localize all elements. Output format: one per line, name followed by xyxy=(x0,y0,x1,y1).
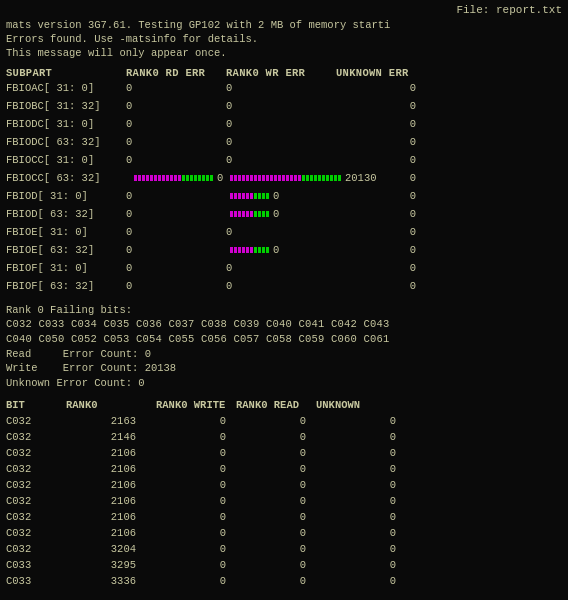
bt-row-bit: C032 xyxy=(6,511,66,523)
row-subpart: FBIOCC[ 31: 0] xyxy=(6,154,126,166)
bt-row-rank: 2106 xyxy=(66,527,156,539)
row-rd-val: 0 xyxy=(126,208,226,220)
bt-bit-header: BIT xyxy=(6,399,66,411)
row-unk-val: 0 xyxy=(336,226,416,238)
bt-row-unknown: 0 xyxy=(316,575,396,587)
bt-row-bit: C032 xyxy=(6,415,66,427)
bt-row-read: 0 xyxy=(236,543,316,555)
title-bar: File: report.txt xyxy=(6,4,562,16)
table-row: FBIOAC[ 31: 0] 0 0 0 xyxy=(6,79,562,97)
table-row: FBIOF[ 31: 0] 0 0 0 xyxy=(6,259,562,277)
row-unk-val: 0 xyxy=(336,262,416,274)
bt-rank-header: RANK0 xyxy=(66,399,156,411)
bt-row-write: 0 xyxy=(156,495,236,507)
bt-row-rank: 3204 xyxy=(66,543,156,555)
row-wr-val: 0 xyxy=(226,280,336,292)
bt-row-bit: C032 xyxy=(6,495,66,507)
failing-title: Rank 0 Failing bits: xyxy=(6,303,562,318)
row-unk-val: 0 xyxy=(336,244,416,256)
row-subpart: FBIOAC[ 31: 0] xyxy=(6,82,126,94)
bt-row-read: 0 xyxy=(236,575,316,587)
bt-row-write: 0 xyxy=(156,527,236,539)
bt-row-read: 0 xyxy=(236,431,316,443)
bt-row-read: 0 xyxy=(236,511,316,523)
bt-row-bit: C032 xyxy=(6,543,66,555)
table-row: C032 2163 0 0 0 xyxy=(6,413,562,429)
bt-row-unknown: 0 xyxy=(316,511,396,523)
bt-row-read: 0 xyxy=(236,559,316,571)
row-rd-val: 0 xyxy=(126,118,226,130)
bt-row-read: 0 xyxy=(236,463,316,475)
bt-row-rank: 2106 xyxy=(66,495,156,507)
row-wr-val: 20130 xyxy=(226,172,336,184)
table-row: C032 2106 0 0 0 xyxy=(6,525,562,541)
table-row: FBIOD[ 31: 0] 0 0 0 xyxy=(6,187,562,205)
row-unk-val: 0 xyxy=(336,190,416,202)
row-rd-val: 0 xyxy=(126,226,226,238)
row-subpart: FBIOBC[ 31: 32] xyxy=(6,100,126,112)
bottom-col-headers: BIT RANK0 RANK0 WRITE RANK0 READ UNKNOWN xyxy=(6,399,562,413)
bt-row-write: 0 xyxy=(156,479,236,491)
unknown-col-header: UNKNOWN ERR xyxy=(336,67,456,79)
bt-unknown-header: UNKNOWN xyxy=(316,399,396,411)
bt-row-unknown: 0 xyxy=(316,447,396,459)
bt-row-rank: 3295 xyxy=(66,559,156,571)
table-row: C032 3204 0 0 0 xyxy=(6,541,562,557)
failing-section: Rank 0 Failing bits: C032 C033 C034 C035… xyxy=(6,303,562,391)
bit-line: C040 C050 C052 C053 C054 C055 C056 C057 … xyxy=(6,332,562,347)
bt-row-write: 0 xyxy=(156,511,236,523)
row-unk-val: 0 xyxy=(336,136,416,148)
table-row: FBIOCC[ 31: 0] 0 0 0 xyxy=(6,151,562,169)
bt-row-write: 0 xyxy=(156,415,236,427)
read-count-label: Read xyxy=(6,348,31,360)
row-subpart: FBIOD[ 31: 0] xyxy=(6,190,126,202)
bt-row-read: 0 xyxy=(236,495,316,507)
row-wr-val: 0 xyxy=(226,244,336,256)
unknown-count-line: Unknown Error Count: 0 xyxy=(6,376,562,391)
table-row: FBIODC[ 31: 0] 0 0 0 xyxy=(6,115,562,133)
row-subpart: FBIOE[ 31: 0] xyxy=(6,226,126,238)
table-row: FBIOBC[ 31: 32] 0 0 0 xyxy=(6,97,562,115)
table-row: C032 2106 0 0 0 xyxy=(6,445,562,461)
bt-row-read: 0 xyxy=(236,415,316,427)
bt-row-bit: C032 xyxy=(6,527,66,539)
row-unk-val: 0 xyxy=(336,280,416,292)
bt-row-read: 0 xyxy=(236,479,316,491)
row-rd-val: 0 xyxy=(126,136,226,148)
table-row: C032 2146 0 0 0 xyxy=(6,429,562,445)
bt-row-unknown: 0 xyxy=(316,495,396,507)
row-rd-val: 0 xyxy=(126,280,226,292)
row-rd-val: 0 xyxy=(126,172,226,184)
bt-row-write: 0 xyxy=(156,559,236,571)
bt-row-unknown: 0 xyxy=(316,559,396,571)
bt-row-rank: 2163 xyxy=(66,415,156,427)
bt-row-bit: C032 xyxy=(6,447,66,459)
row-subpart: FBIOF[ 63: 32] xyxy=(6,280,126,292)
row-unk-val: 0 xyxy=(336,100,416,112)
bt-row-rank: 2106 xyxy=(66,447,156,459)
row-rd-val: 0 xyxy=(126,190,226,202)
row-rd-val: 0 xyxy=(126,262,226,274)
row-subpart: FBIOCC[ 63: 32] xyxy=(6,172,126,184)
bt-row-write: 0 xyxy=(156,543,236,555)
table-row: FBIOE[ 63: 32] 0 0 0 xyxy=(6,241,562,259)
bt-row-unknown: 0 xyxy=(316,479,396,491)
row-rd-val: 0 xyxy=(126,244,226,256)
bt-row-bit: C032 xyxy=(6,463,66,475)
bt-row-unknown: 0 xyxy=(316,463,396,475)
row-rd-val: 0 xyxy=(126,82,226,94)
header-line1: mats version 3G7.61. Testing GP102 with … xyxy=(6,18,562,32)
bt-row-rank: 2106 xyxy=(66,479,156,491)
row-wr-val: 0 xyxy=(226,118,336,130)
bt-read-header: RANK0 READ xyxy=(236,399,316,411)
bottom-table: BIT RANK0 RANK0 WRITE RANK0 READ UNKNOWN… xyxy=(6,399,562,589)
bt-row-read: 0 xyxy=(236,447,316,459)
row-wr-val: 0 xyxy=(226,208,336,220)
screen: File: report.txt mats version 3G7.61. Te… xyxy=(0,0,568,600)
row-wr-val: 0 xyxy=(226,226,336,238)
row-unk-val: 0 xyxy=(336,118,416,130)
col-headers: SUBPART RANK0 RD ERR RANK0 WR ERR UNKNOW… xyxy=(6,67,562,79)
table-row: C032 2106 0 0 0 xyxy=(6,509,562,525)
bt-row-rank: 2146 xyxy=(66,431,156,443)
row-wr-val: 0 xyxy=(226,100,336,112)
